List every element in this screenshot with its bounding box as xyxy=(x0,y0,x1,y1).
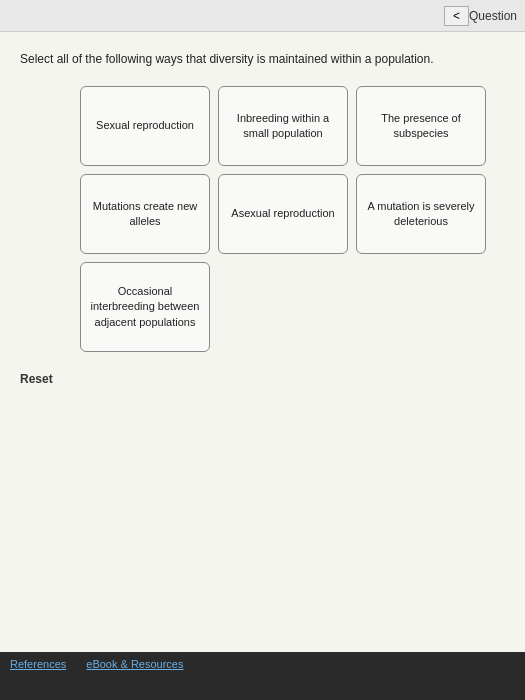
question-label: Question xyxy=(469,9,517,23)
option-asexual-reproduction[interactable]: Asexual reproduction xyxy=(218,174,348,254)
bottom-row: Occasional interbreeding between adjacen… xyxy=(80,262,505,352)
reset-button[interactable]: Reset xyxy=(20,372,53,386)
option-presence-subspecies[interactable]: The presence of subspecies xyxy=(356,86,486,166)
top-bar: < Question xyxy=(0,0,525,32)
option-mutation-deleterious[interactable]: A mutation is severely deleterious xyxy=(356,174,486,254)
option-occasional-interbreeding[interactable]: Occasional interbreeding between adjacen… xyxy=(80,262,210,352)
ebook-link[interactable]: eBook & Resources xyxy=(86,658,183,670)
option-inbreeding-small[interactable]: Inbreeding within a small population xyxy=(218,86,348,166)
option-mutations-new-alleles[interactable]: Mutations create new alleles xyxy=(80,174,210,254)
option-sexual-reproduction[interactable]: Sexual reproduction xyxy=(80,86,210,166)
options-grid: Sexual reproduction Inbreeding within a … xyxy=(80,86,505,254)
back-button[interactable]: < xyxy=(444,6,469,26)
question-text: Select all of the following ways that di… xyxy=(20,52,505,66)
footer: References eBook & Resources xyxy=(0,652,525,700)
main-content: Select all of the following ways that di… xyxy=(0,32,525,652)
references-link[interactable]: References xyxy=(10,658,66,670)
